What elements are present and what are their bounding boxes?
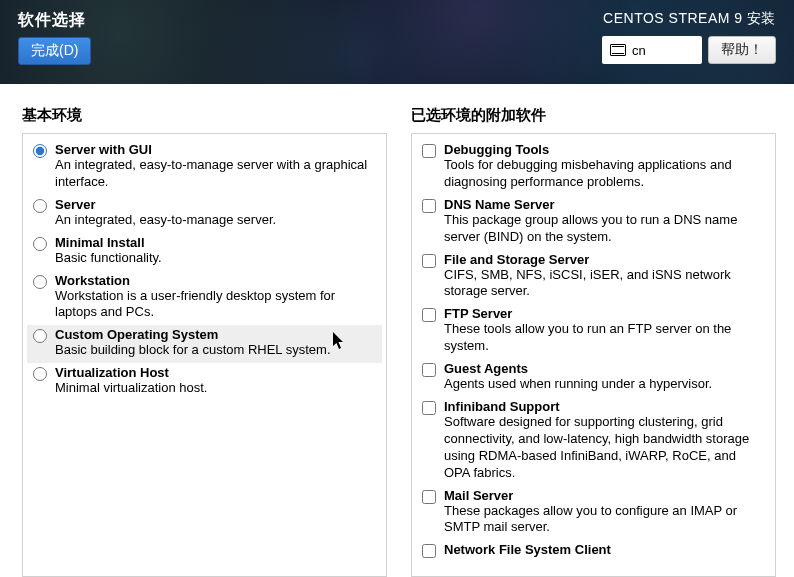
option-desc: Minimal virtualization host.	[55, 380, 376, 397]
keyboard-layout-label: cn	[632, 43, 646, 58]
addon-option[interactable]: DNS Name ServerThis package group allows…	[416, 195, 771, 250]
addon-option[interactable]: Mail ServerThese packages allow you to c…	[416, 486, 771, 541]
env-radio[interactable]	[33, 329, 47, 343]
option-label: Minimal Install	[55, 235, 376, 250]
addons-heading: 已选环境的附加软件	[411, 106, 776, 125]
addon-checkbox[interactable]	[422, 144, 436, 158]
header-controls: cn 帮助！	[602, 36, 776, 64]
option-label: Debugging Tools	[444, 142, 765, 157]
addon-checkbox[interactable]	[422, 363, 436, 377]
addons-column: 已选环境的附加软件 Debugging ToolsTools for debug…	[411, 106, 776, 577]
option-text: Guest AgentsAgents used when running und…	[444, 361, 765, 393]
option-label: Server with GUI	[55, 142, 376, 157]
option-desc: CIFS, SMB, NFS, iSCSI, iSER, and iSNS ne…	[444, 267, 765, 301]
addons-panel: Debugging ToolsTools for debugging misbe…	[411, 133, 776, 577]
addon-option[interactable]: Debugging ToolsTools for debugging misbe…	[416, 140, 771, 195]
option-text: Server with GUIAn integrated, easy-to-ma…	[55, 142, 376, 191]
option-text: ServerAn integrated, easy-to-manage serv…	[55, 197, 376, 229]
env-option[interactable]: Virtualization HostMinimal virtualizatio…	[27, 363, 382, 401]
base-env-heading: 基本环境	[22, 106, 387, 125]
addon-option[interactable]: Network File System Client	[416, 540, 771, 562]
option-desc: Workstation is a user-friendly desktop s…	[55, 288, 376, 322]
addon-option[interactable]: FTP ServerThese tools allow you to run a…	[416, 304, 771, 359]
option-text: DNS Name ServerThis package group allows…	[444, 197, 765, 246]
base-env-panel: Server with GUIAn integrated, easy-to-ma…	[22, 133, 387, 577]
header-right: CENTOS STREAM 9 安装 cn 帮助！	[602, 10, 776, 64]
option-text: FTP ServerThese tools allow you to run a…	[444, 306, 765, 355]
option-label: Network File System Client	[444, 542, 765, 557]
addon-checkbox[interactable]	[422, 544, 436, 558]
content: 基本环境 Server with GUIAn integrated, easy-…	[0, 84, 794, 577]
option-label: Guest Agents	[444, 361, 765, 376]
option-desc: Software designed for supporting cluster…	[444, 414, 765, 482]
option-text: File and Storage ServerCIFS, SMB, NFS, i…	[444, 252, 765, 301]
env-radio[interactable]	[33, 199, 47, 213]
option-desc: Basic building block for a custom RHEL s…	[55, 342, 376, 359]
env-option[interactable]: WorkstationWorkstation is a user-friendl…	[27, 271, 382, 326]
env-radio[interactable]	[33, 367, 47, 381]
option-text: WorkstationWorkstation is a user-friendl…	[55, 273, 376, 322]
option-label: DNS Name Server	[444, 197, 765, 212]
option-desc: Agents used when running under a hypervi…	[444, 376, 765, 393]
addon-checkbox[interactable]	[422, 308, 436, 322]
env-radio[interactable]	[33, 237, 47, 251]
option-label: Workstation	[55, 273, 376, 288]
addon-option[interactable]: Infiniband SupportSoftware designed for …	[416, 397, 771, 486]
addon-checkbox[interactable]	[422, 254, 436, 268]
option-desc: An integrated, easy-to-manage server.	[55, 212, 376, 229]
installer-name: CENTOS STREAM 9 安装	[603, 10, 776, 28]
option-text: Network File System Client	[444, 542, 765, 557]
env-option[interactable]: Minimal InstallBasic functionality.	[27, 233, 382, 271]
option-desc: An integrated, easy-to-manage server wit…	[55, 157, 376, 191]
addon-option[interactable]: File and Storage ServerCIFS, SMB, NFS, i…	[416, 250, 771, 305]
option-label: Custom Operating System	[55, 327, 376, 342]
option-label: Mail Server	[444, 488, 765, 503]
env-option[interactable]: Server with GUIAn integrated, easy-to-ma…	[27, 140, 382, 195]
option-text: Debugging ToolsTools for debugging misbe…	[444, 142, 765, 191]
option-text: Infiniband SupportSoftware designed for …	[444, 399, 765, 482]
addon-checkbox[interactable]	[422, 490, 436, 504]
option-text: Custom Operating SystemBasic building bl…	[55, 327, 376, 359]
keyboard-layout-indicator[interactable]: cn	[602, 36, 702, 64]
option-desc: These tools allow you to run an FTP serv…	[444, 321, 765, 355]
option-desc: Basic functionality.	[55, 250, 376, 267]
keyboard-icon	[610, 44, 626, 56]
env-option[interactable]: Custom Operating SystemBasic building bl…	[27, 325, 382, 363]
option-label: FTP Server	[444, 306, 765, 321]
done-button[interactable]: 完成(D)	[18, 37, 91, 65]
option-label: Virtualization Host	[55, 365, 376, 380]
option-desc: Tools for debugging misbehaving applicat…	[444, 157, 765, 191]
option-text: Virtualization HostMinimal virtualizatio…	[55, 365, 376, 397]
env-radio[interactable]	[33, 144, 47, 158]
base-env-column: 基本环境 Server with GUIAn integrated, easy-…	[22, 106, 387, 577]
addon-checkbox[interactable]	[422, 199, 436, 213]
env-radio[interactable]	[33, 275, 47, 289]
option-text: Mail ServerThese packages allow you to c…	[444, 488, 765, 537]
option-desc: This package group allows you to run a D…	[444, 212, 765, 246]
env-option[interactable]: ServerAn integrated, easy-to-manage serv…	[27, 195, 382, 233]
option-label: Infiniband Support	[444, 399, 765, 414]
addon-checkbox[interactable]	[422, 401, 436, 415]
addon-option[interactable]: Guest AgentsAgents used when running und…	[416, 359, 771, 397]
help-button[interactable]: 帮助！	[708, 36, 776, 64]
option-desc: These packages allow you to configure an…	[444, 503, 765, 537]
option-label: Server	[55, 197, 376, 212]
option-text: Minimal InstallBasic functionality.	[55, 235, 376, 267]
header: 软件选择 完成(D) CENTOS STREAM 9 安装 cn 帮助！	[0, 0, 794, 84]
option-label: File and Storage Server	[444, 252, 765, 267]
